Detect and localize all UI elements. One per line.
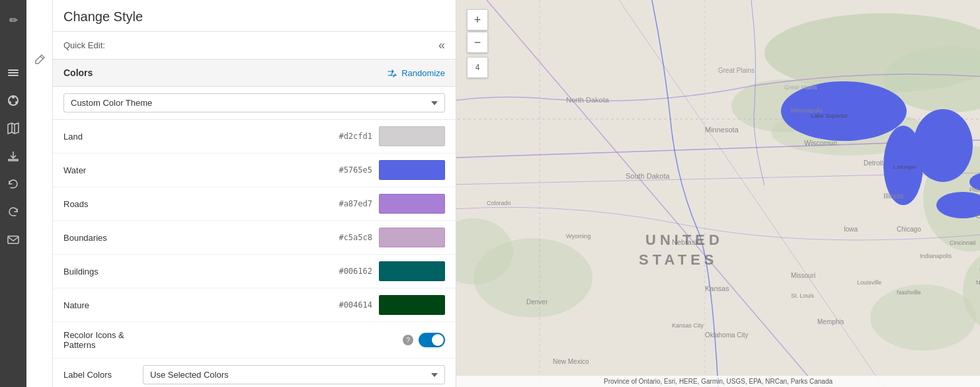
svg-text:Missouri: Missouri xyxy=(791,272,815,279)
recolor-icons-label-line1: Recolor Icons & xyxy=(63,330,124,340)
svg-point-5 xyxy=(15,101,18,104)
svg-text:Cincinnati: Cincinnati xyxy=(950,239,976,246)
roads-color-row: Roads #a87ed7 xyxy=(53,187,456,221)
color-theme-select[interactable]: Custom Color Theme Default Flat Blueprin… xyxy=(63,93,445,112)
svg-text:Wisconsin: Wisconsin xyxy=(804,139,837,147)
svg-text:L.Michigan: L.Michigan xyxy=(893,165,916,170)
map-controls: + − 4 xyxy=(467,9,488,78)
boundaries-hex: #c5a5c8 xyxy=(323,233,372,242)
collapse-button[interactable]: « xyxy=(438,38,445,52)
water-swatch[interactable] xyxy=(379,160,445,180)
recolor-toggle[interactable] xyxy=(419,333,445,347)
svg-text:Oklahoma City: Oklahoma City xyxy=(705,331,749,339)
sidebar: ✏ xyxy=(0,0,26,387)
panel-body: Colors Randomize Custom Color Theme Defa… xyxy=(53,60,456,387)
randomize-icon xyxy=(388,67,399,78)
redo-icon[interactable] xyxy=(0,198,26,225)
svg-text:New Mexico: New Mexico xyxy=(553,358,589,365)
colors-section-title: Colors xyxy=(63,67,93,78)
svg-text:Colorado: Colorado xyxy=(487,200,511,206)
svg-text:Louisville: Louisville xyxy=(857,279,881,286)
svg-text:North Dakota: North Dakota xyxy=(566,96,610,104)
land-swatch[interactable] xyxy=(379,126,445,146)
email-icon[interactable] xyxy=(0,226,26,253)
roads-label: Roads xyxy=(63,199,323,209)
svg-text:Detroit: Detroit xyxy=(864,159,883,167)
svg-text:South Dakota: South Dakota xyxy=(626,172,671,180)
svg-text:Iowa: Iowa xyxy=(844,226,858,233)
collapse-icon: « xyxy=(438,38,445,52)
roads-swatch[interactable] xyxy=(379,194,445,214)
svg-text:Indianapolis: Indianapolis xyxy=(920,253,952,259)
recolor-icons-label-line2: Patterns xyxy=(63,340,95,350)
label-colors-row: Label Colors Use Selected Colors Default… xyxy=(53,359,456,387)
buildings-swatch[interactable] xyxy=(379,261,445,281)
pencil-edit-icon[interactable] xyxy=(26,46,53,73)
zoom-in-button[interactable]: + xyxy=(467,9,488,30)
svg-text:St. Louis: St. Louis xyxy=(791,292,815,299)
quick-edit-header: Quick Edit: « xyxy=(53,32,456,60)
svg-marker-7 xyxy=(8,123,19,134)
buildings-label: Buildings xyxy=(63,267,323,277)
edit-icon-area xyxy=(26,0,53,387)
label-colors-select[interactable]: Use Selected Colors Default Custom xyxy=(143,365,445,384)
water-label: Water xyxy=(63,165,323,175)
pencil-icon[interactable]: ✏ xyxy=(0,7,26,33)
label-colors-label: Label Colors xyxy=(63,370,136,380)
roads-hex: #a87ed7 xyxy=(323,199,372,208)
layers-icon[interactable] xyxy=(0,60,26,86)
toggle-knob xyxy=(432,334,444,346)
recolor-icons-label: Recolor Icons & Patterns xyxy=(63,330,397,350)
randomize-button[interactable]: Randomize xyxy=(388,67,445,78)
land-hex: #d2cfd1 xyxy=(323,132,372,141)
svg-text:Denver: Denver xyxy=(526,298,548,306)
boundaries-color-row: Boundaries #c5a5c8 xyxy=(53,221,456,255)
svg-rect-0 xyxy=(8,69,19,71)
nature-label: Nature xyxy=(63,300,323,310)
download-icon[interactable] xyxy=(0,143,26,169)
undo-icon[interactable] xyxy=(0,171,26,197)
svg-text:Lake Superior: Lake Superior xyxy=(811,112,848,119)
svg-text:UNITED: UNITED xyxy=(645,232,723,248)
svg-text:Kansas City: Kansas City xyxy=(672,322,704,329)
theme-dropdown-row: Custom Color Theme Default Flat Blueprin… xyxy=(53,87,456,120)
svg-point-31 xyxy=(913,109,973,182)
svg-text:Chicago: Chicago xyxy=(897,226,921,233)
svg-text:Great Plains: Great Plains xyxy=(784,84,817,91)
water-color-row: Water #5765e5 xyxy=(53,153,456,187)
svg-text:Great Plains: Great Plains xyxy=(718,67,755,74)
svg-text:Illinois: Illinois xyxy=(883,192,904,200)
palette-icon[interactable] xyxy=(0,87,26,114)
land-color-row: Land #d2cfd1 xyxy=(53,120,456,153)
map-attribution: Province of Ontario, Esri, HERE, Garmin,… xyxy=(456,376,980,387)
map-svg: North Dakota Minnesota South Dakota Wisc… xyxy=(456,0,980,387)
colors-section-header: Colors Randomize xyxy=(53,60,456,87)
svg-point-4 xyxy=(12,96,15,99)
svg-rect-2 xyxy=(8,75,19,76)
zoom-level: 4 xyxy=(467,57,488,78)
svg-rect-10 xyxy=(8,236,19,243)
buildings-hex: #006162 xyxy=(323,267,372,276)
map-icon[interactable] xyxy=(0,115,26,142)
svg-text:Wyoming: Wyoming xyxy=(566,233,591,239)
recolor-icons-row: Recolor Icons & Patterns ? xyxy=(53,322,456,359)
svg-text:Pittsburgh: Pittsburgh xyxy=(969,187,980,193)
boundaries-swatch[interactable] xyxy=(379,228,445,247)
page-title: Change Style xyxy=(53,0,456,32)
svg-text:Nashville: Nashville xyxy=(897,289,921,296)
nature-swatch[interactable] xyxy=(379,295,445,315)
recolor-help-icon[interactable]: ? xyxy=(403,335,413,345)
svg-text:STATES: STATES xyxy=(639,251,718,268)
land-label: Land xyxy=(63,132,323,142)
buildings-color-row: Buildings #006162 xyxy=(53,255,456,288)
nature-hex: #004614 xyxy=(323,300,372,310)
randomize-label: Randomize xyxy=(401,68,445,78)
nature-color-row: Nature #004614 xyxy=(53,288,456,322)
svg-text:Kansas: Kansas xyxy=(705,284,729,292)
zoom-out-button[interactable]: − xyxy=(467,32,488,53)
svg-text:Norfolk: Norfolk xyxy=(976,279,980,286)
boundaries-label: Boundaries xyxy=(63,233,323,243)
map-container[interactable]: North Dakota Minnesota South Dakota Wisc… xyxy=(456,0,980,387)
style-panel: Change Style Quick Edit: « Colors Random… xyxy=(53,0,456,387)
svg-rect-1 xyxy=(8,72,19,73)
